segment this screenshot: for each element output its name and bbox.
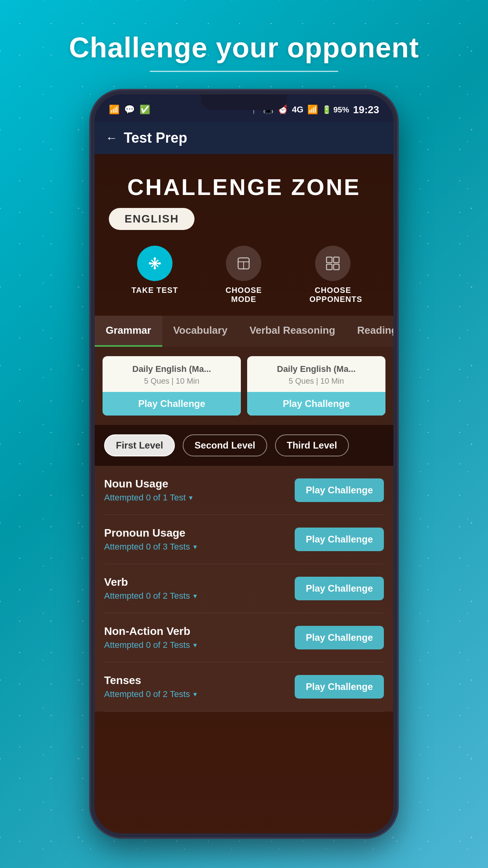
svg-point-7 [158,262,161,265]
app-header-title: Test Prep [124,130,187,146]
topic-name-tenses: Tenses [104,674,197,687]
svg-rect-14 [334,264,339,270]
play-btn-tenses[interactable]: Play Challenge [295,675,384,699]
signal-icon: 📶 [307,105,318,115]
topic-name-pronoun-usage: Pronoun Usage [104,527,197,539]
svg-rect-13 [327,264,332,270]
battery-icon: 🔋 95% [322,105,349,114]
daily-card-1: Daily English (Ma... 5 Ques | 10 Min Pla… [103,356,241,416]
svg-rect-12 [334,257,339,263]
topic-item-non-action-verb: Non-Action Verb Attempted 0 of 2 Tests ▾… [104,613,384,662]
challenge-zone-title-area: CHALLENGE ZONE [95,154,393,208]
chat-icon: 💬 [124,105,135,115]
english-badge-wrap: ENGLISH [95,208,393,242]
choose-opponents-label: CHOOSE OPPONENTS [309,286,356,304]
challenge-zone-text: CHALLENGE ZONE [127,174,361,200]
svg-point-6 [149,262,151,265]
tab-bar: Grammar Vocabulary Verbal Reasoning Read… [95,316,393,347]
topic-item-verb: Verb Attempted 0 of 2 Tests ▾ Play Chall… [104,564,384,613]
play-btn-pronoun-usage[interactable]: Play Challenge [295,528,384,551]
topic-attempts-pronoun-usage: Attempted 0 of 3 Tests ▾ [104,542,197,552]
topic-attempts-tenses: Attempted 0 of 2 Tests ▾ [104,689,197,699]
daily-card-1-body: Daily English (Ma... 5 Ques | 10 Min [103,356,241,392]
topic-name-noun-usage: Noun Usage [104,478,193,490]
topic-info-pronoun-usage: Pronoun Usage Attempted 0 of 3 Tests ▾ [104,527,197,552]
daily-card-2-body: Daily English (Ma... 5 Ques | 10 Min [247,356,385,392]
daily-card-2-title: Daily English (Ma... [253,364,379,374]
topic-list: Noun Usage Attempted 0 of 1 Test ▾ Play … [95,466,393,712]
topic-attempts-verb: Attempted 0 of 2 Tests ▾ [104,591,197,601]
take-test-label: TAKE TEST [132,286,178,295]
svg-point-5 [154,267,156,269]
tab-verbal-reasoning[interactable]: Verbal Reasoning [238,316,346,347]
svg-point-4 [154,257,156,260]
mode-icons-row: TAKE TEST CHOOSE MODE [95,242,393,316]
topic-item-noun-usage: Noun Usage Attempted 0 of 1 Test ▾ Play … [104,466,384,515]
back-button[interactable]: ← [106,131,117,145]
mode-item-choose-opponents[interactable]: CHOOSE OPPONENTS [309,246,356,304]
level-btn-first[interactable]: First Level [104,434,175,456]
app-content: CHALLENGE ZONE ENGLISH [95,154,393,837]
topic-name-verb: Verb [104,576,197,588]
take-test-icon-circle [137,246,172,281]
level-btn-second[interactable]: Second Level [183,434,267,456]
status-left: 📶 💬 ✅ [109,105,150,115]
svg-rect-11 [327,257,332,263]
daily-card-1-meta: 5 Ques | 10 Min [109,377,235,386]
play-btn-non-action-verb[interactable]: Play Challenge [295,626,384,649]
topic-info-tenses: Tenses Attempted 0 of 2 Tests ▾ [104,674,197,699]
app-header: ← Test Prep [95,122,393,154]
title-underline [150,71,338,72]
topic-attempts-non-action-verb: Attempted 0 of 2 Tests ▾ [104,640,197,650]
play-btn-verb[interactable]: Play Challenge [295,577,384,600]
chevron-icon-non-action: ▾ [193,641,197,649]
choose-opponents-icon-circle [315,246,350,281]
level-btn-third[interactable]: Third Level [275,434,349,456]
daily-card-1-play-btn[interactable]: Play Challenge [103,392,241,416]
topic-info-noun-usage: Noun Usage Attempted 0 of 1 Test ▾ [104,478,193,503]
daily-card-1-title: Daily English (Ma... [109,364,235,374]
mode-item-choose-mode[interactable]: CHOOSE MODE [220,246,267,304]
page-title: Challenge your opponent [0,31,488,64]
network-label: 4G [292,105,303,115]
topic-attempts-noun-usage: Attempted 0 of 1 Test ▾ [104,493,193,503]
page-title-area: Challenge your opponent [0,0,488,84]
check-icon: ✅ [139,105,150,115]
battery-percent: 95% [333,105,349,114]
english-badge[interactable]: ENGLISH [109,208,194,230]
choose-mode-label: CHOOSE MODE [220,286,267,304]
topic-name-non-action-verb: Non-Action Verb [104,625,197,638]
topic-info-non-action-verb: Non-Action Verb Attempted 0 of 2 Tests ▾ [104,625,197,650]
wifi-icon: 📶 [109,105,119,115]
topic-info-verb: Verb Attempted 0 of 2 Tests ▾ [104,576,197,601]
chevron-icon-verb: ▾ [193,592,197,600]
tab-grammar[interactable]: Grammar [95,316,162,347]
daily-card-2-meta: 5 Ques | 10 Min [253,377,379,386]
play-btn-noun-usage[interactable]: Play Challenge [295,478,384,502]
chevron-icon-tenses: ▾ [193,690,197,699]
tab-reading-comprehension[interactable]: Reading Compreh... [346,316,393,347]
topic-item-pronoun-usage: Pronoun Usage Attempted 0 of 3 Tests ▾ P… [104,515,384,564]
daily-cards: Daily English (Ma... 5 Ques | 10 Min Pla… [95,347,393,425]
daily-card-2: Daily English (Ma... 5 Ques | 10 Min Pla… [247,356,385,416]
chevron-icon-noun: ▾ [189,493,193,502]
chevron-icon-pronoun: ▾ [193,542,197,551]
topic-item-tenses: Tenses Attempted 0 of 2 Tests ▾ Play Cha… [104,662,384,712]
choose-mode-icon-circle [226,246,261,281]
level-buttons: First Level Second Level Third Level [95,425,393,466]
mode-item-take-test[interactable]: TAKE TEST [132,246,178,295]
phone-frame: 📶 💬 ✅ 📍 📳 ⏰ 4G 📶 🔋 95% 19:23 ← Test Prep… [91,90,397,837]
phone-notch [201,94,287,110]
tab-vocabulary[interactable]: Vocabulary [162,316,238,347]
time-display: 19:23 [353,104,380,116]
daily-card-2-play-btn[interactable]: Play Challenge [247,392,385,416]
